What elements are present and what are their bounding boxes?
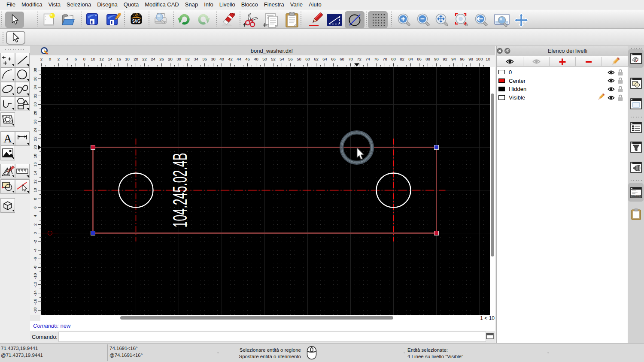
svg-text:38: 38 (211, 57, 216, 61)
svg-text:20: 20 (33, 145, 37, 150)
svg-text:48: 48 (254, 57, 258, 61)
svg-text:96: 96 (460, 57, 465, 61)
svg-text:54: 54 (279, 57, 284, 61)
svg-text:-10: -10 (33, 273, 37, 279)
svg-text:34: 34 (33, 85, 37, 90)
svg-text:26: 26 (33, 119, 37, 124)
svg-text:-18: -18 (33, 308, 37, 314)
svg-text:40: 40 (219, 57, 224, 61)
svg-text:64: 64 (322, 57, 327, 61)
svg-text:92: 92 (443, 57, 447, 61)
svg-text:24: 24 (151, 57, 155, 61)
svg-text:36: 36 (202, 57, 207, 61)
svg-text:42: 42 (228, 57, 233, 61)
svg-text:68: 68 (340, 57, 344, 61)
svg-text:46: 46 (245, 57, 250, 61)
svg-text:66: 66 (331, 57, 336, 61)
svg-text:44: 44 (237, 57, 241, 61)
svg-text:24: 24 (33, 128, 37, 133)
svg-text:2: 2 (33, 223, 37, 226)
svg-text:90: 90 (434, 57, 439, 61)
svg-text:76: 76 (374, 57, 379, 61)
svg-text:84: 84 (408, 57, 413, 61)
svg-text:94: 94 (451, 57, 456, 61)
svg-text:A: A (3, 132, 12, 145)
svg-text:28: 28 (33, 111, 37, 115)
svg-text:98: 98 (468, 57, 473, 61)
svg-text:74: 74 (365, 57, 370, 61)
svg-text:14: 14 (33, 171, 37, 175)
svg-text:10: 10 (486, 57, 490, 61)
svg-text:0: 0 (33, 232, 37, 234)
svg-text:20: 20 (134, 57, 138, 61)
svg-text:26: 26 (159, 57, 164, 61)
svg-text:-6: -6 (33, 257, 37, 260)
svg-text:12: 12 (33, 179, 37, 184)
svg-text:8: 8 (33, 198, 37, 200)
svg-text:78: 78 (383, 57, 387, 61)
svg-text:52: 52 (271, 57, 276, 61)
svg-text:30: 30 (176, 57, 181, 61)
svg-text:4: 4 (66, 57, 68, 61)
svg-text:32: 32 (185, 57, 190, 61)
svg-text:-2: -2 (33, 240, 37, 243)
svg-text:58: 58 (297, 57, 301, 61)
svg-text:82: 82 (400, 57, 404, 61)
svg-text:command: command (632, 195, 640, 197)
svg-text:50: 50 (262, 57, 267, 61)
svg-text:8: 8 (83, 57, 85, 61)
svg-text:104.245.02.4B: 104.245.02.4B (169, 153, 191, 227)
svg-text:12: 12 (99, 57, 104, 61)
svg-text:60: 60 (305, 57, 310, 61)
svg-text:62: 62 (314, 57, 319, 61)
svg-text:16: 16 (33, 162, 37, 167)
svg-text:88: 88 (425, 57, 430, 61)
svg-text:72: 72 (357, 57, 361, 61)
svg-text:14: 14 (108, 57, 112, 61)
svg-text:16: 16 (116, 57, 121, 61)
svg-text:-14: -14 (33, 290, 37, 296)
svg-text:100: 100 (476, 57, 483, 61)
svg-text:10: 10 (91, 57, 95, 61)
svg-text:30: 30 (33, 102, 37, 107)
svg-text:28: 28 (168, 57, 173, 61)
svg-text:-16: -16 (33, 299, 37, 305)
svg-text:-12: -12 (33, 282, 37, 288)
svg-text:32: 32 (33, 94, 37, 98)
svg-text:18: 18 (33, 154, 37, 158)
svg-text:4: 4 (33, 215, 37, 217)
svg-text:34: 34 (194, 57, 198, 61)
svg-text:-4: -4 (33, 248, 37, 252)
svg-text:6: 6 (33, 206, 37, 208)
svg-text:86: 86 (417, 57, 422, 61)
svg-text:36: 36 (33, 76, 37, 81)
svg-text:10: 10 (33, 188, 37, 193)
svg-text:2: 2 (58, 57, 60, 61)
svg-text:SVG: SVG (132, 18, 140, 24)
svg-text:-8: -8 (33, 265, 37, 269)
svg-text:2: 2 (40, 57, 43, 61)
svg-text:22: 22 (33, 136, 37, 141)
svg-text:56: 56 (288, 57, 293, 61)
svg-text:6: 6 (75, 57, 77, 61)
svg-text:38: 38 (33, 68, 37, 72)
svg-text:80: 80 (391, 57, 396, 61)
svg-text:22: 22 (142, 57, 147, 61)
svg-text:18: 18 (125, 57, 130, 61)
svg-text:70: 70 (348, 57, 353, 61)
svg-text:0: 0 (49, 57, 51, 61)
